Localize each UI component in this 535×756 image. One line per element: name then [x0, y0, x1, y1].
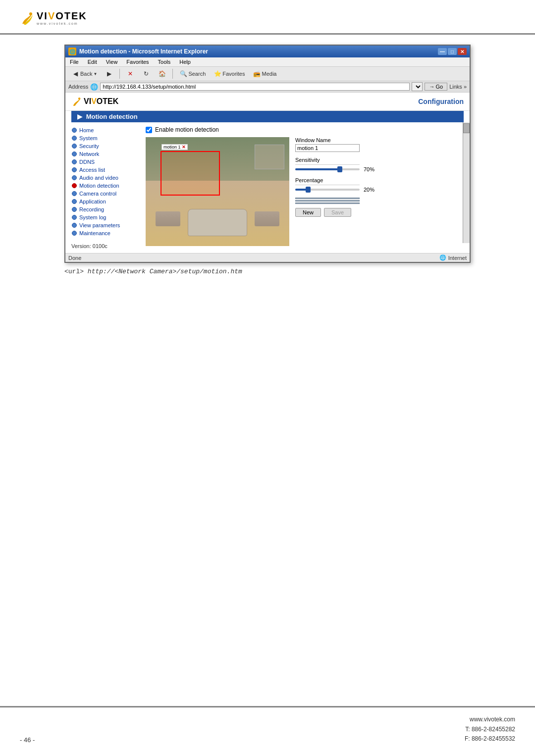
- motion-box-close[interactable]: ✕: [182, 145, 186, 150]
- search-button[interactable]: 🔍 Search: [176, 68, 209, 79]
- access-nav-icon: [71, 167, 77, 173]
- page-header: VIVOTEK www.vivotek.com: [0, 0, 535, 33]
- internet-icon: 🌐: [439, 254, 446, 261]
- nav-item-security[interactable]: Security: [71, 142, 141, 150]
- nav-item-motion-detection[interactable]: Motion detection: [71, 182, 141, 190]
- configuration-label: Configuration: [418, 98, 464, 105]
- links-label[interactable]: Links »: [449, 84, 467, 90]
- nav-camera-label: Camera control: [79, 191, 116, 197]
- window-name-input[interactable]: [295, 144, 360, 152]
- nav-item-audio-video[interactable]: Audio and video: [71, 174, 141, 182]
- record-nav-icon: [71, 206, 77, 212]
- nav-item-system-log[interactable]: System log: [71, 213, 141, 221]
- nav-item-recording[interactable]: Recording: [71, 205, 141, 213]
- address-dropdown[interactable]: [412, 82, 423, 91]
- sensitivity-slider-track[interactable]: [295, 168, 360, 170]
- network-nav-icon: [71, 151, 77, 157]
- nav-item-access-list[interactable]: Access list: [71, 166, 141, 174]
- inner-page-header: VIVOTEK Configuration: [65, 93, 470, 111]
- motion-detection-box[interactable]: motion 1 ✕: [160, 151, 220, 196]
- version-text: Version: 0100c: [71, 243, 141, 249]
- nav-item-application[interactable]: Application: [71, 198, 141, 205]
- main-panel: Enable motion detection: [141, 126, 464, 249]
- home-nav-icon: [71, 127, 77, 133]
- url-prefix: <url>: [64, 268, 84, 275]
- room-window: [255, 145, 284, 169]
- nav-security-label: Security: [79, 143, 99, 149]
- percentage-slider-track[interactable]: [295, 189, 360, 191]
- scrollbar[interactable]: [463, 122, 470, 243]
- footer-fax: F: 886-2-82455532: [465, 734, 515, 744]
- menu-file[interactable]: File: [68, 58, 80, 65]
- menu-view[interactable]: View: [105, 58, 119, 65]
- menu-favorites[interactable]: Favorites: [125, 58, 150, 65]
- percentage-slider-thumb[interactable]: [306, 187, 311, 193]
- window-name-row: Window Name: [295, 137, 459, 152]
- footer-website: www.vivotek.com: [465, 715, 515, 724]
- contact-info: www.vivotek.com T: 886-2-82455282 F: 886…: [465, 715, 515, 744]
- ie-toolbar: ◀ Back ▼ ▶ ✕ ↻ 🏠 🔍 Search ⭐: [65, 67, 470, 81]
- ie-close-btn[interactable]: ✕: [458, 48, 467, 55]
- sidebar-nav: Home System Security Network: [71, 126, 141, 249]
- logo-area: VIVOTEK www.vivotek.com: [20, 10, 515, 26]
- nav-item-ddns[interactable]: DDNS: [71, 158, 141, 166]
- menu-tools[interactable]: Tools: [157, 58, 172, 65]
- nav-item-view-params[interactable]: View parameters: [71, 221, 141, 229]
- motion-box-title: motion 1: [163, 145, 181, 150]
- nav-item-maintenance[interactable]: Maintenance: [71, 229, 141, 237]
- nav-home-label: Home: [79, 127, 94, 133]
- sensitivity-slider-thumb[interactable]: [337, 166, 342, 172]
- nav-log-label: System log: [79, 214, 106, 220]
- enable-motion-label: Enable motion detection: [155, 126, 219, 133]
- url-value: http://<Network Camera>/setup/motion.htm: [88, 268, 242, 275]
- menu-edit[interactable]: Edit: [86, 58, 99, 65]
- media-button[interactable]: 📻 Media: [250, 68, 280, 79]
- svg-point-1: [78, 98, 80, 100]
- media-label: Media: [262, 71, 277, 77]
- scroll-thumb[interactable]: [463, 123, 470, 133]
- app-nav-icon: [71, 199, 77, 204]
- security-nav-icon: [71, 143, 77, 149]
- svg-point-0: [29, 12, 32, 15]
- go-button[interactable]: → Go: [425, 83, 447, 91]
- ie-minimize-btn[interactable]: —: [438, 48, 447, 55]
- stop-button[interactable]: ✕: [123, 68, 137, 79]
- favorites-button[interactable]: ⭐ Favorites: [211, 68, 248, 79]
- address-input[interactable]: [100, 83, 410, 91]
- nav-item-home[interactable]: Home: [71, 126, 141, 134]
- forward-button[interactable]: ▶: [102, 68, 116, 79]
- nav-item-camera-control[interactable]: Camera control: [71, 190, 141, 198]
- nav-item-network[interactable]: Network: [71, 150, 141, 158]
- enable-motion-checkbox[interactable]: [146, 127, 152, 133]
- back-label: Back: [80, 71, 92, 77]
- nav-system-label: System: [79, 135, 98, 141]
- ie-status-right: 🌐 Internet: [439, 254, 467, 261]
- ie-page-icon: 🌐: [68, 48, 76, 55]
- sensitivity-row: Sensitivity 70%: [295, 157, 459, 172]
- menu-help[interactable]: Help: [178, 58, 192, 65]
- status-text: Done: [68, 255, 81, 261]
- nav-motion-label: Motion detection: [79, 183, 119, 189]
- footer-area: - 46 - www.vivotek.com T: 886-2-82455282…: [0, 706, 535, 756]
- params-nav-icon: [71, 222, 77, 228]
- refresh-button[interactable]: ↻: [139, 68, 153, 79]
- maint-nav-icon: [71, 230, 77, 236]
- nav-item-system[interactable]: System: [71, 134, 141, 142]
- back-button[interactable]: ◀ Back ▼: [68, 68, 100, 79]
- address-label: Address: [68, 84, 88, 90]
- ie-title-text: Motion detection - Microsoft Internet Ex…: [79, 48, 208, 55]
- vivotek-logo: VIVOTEK www.vivotek.com: [20, 10, 87, 26]
- logo-otek: OTEK: [55, 10, 87, 21]
- search-icon: 🔍: [179, 70, 187, 78]
- camera-view: motion 1 ✕: [146, 137, 289, 246]
- address-icon: 🌐: [90, 83, 98, 91]
- new-button[interactable]: New: [295, 208, 321, 217]
- ie-maximize-btn[interactable]: □: [448, 48, 457, 55]
- footer-phone: T: 886-2-82455282: [465, 725, 515, 734]
- toolbar-sep-1: [119, 69, 120, 79]
- camera-nav-icon: [71, 191, 77, 197]
- home-button[interactable]: 🏠: [155, 68, 169, 79]
- nav-app-label: Application: [79, 199, 106, 204]
- main-content: 🌐 Motion detection - Microsoft Internet …: [0, 35, 535, 706]
- save-button[interactable]: Save: [324, 208, 351, 217]
